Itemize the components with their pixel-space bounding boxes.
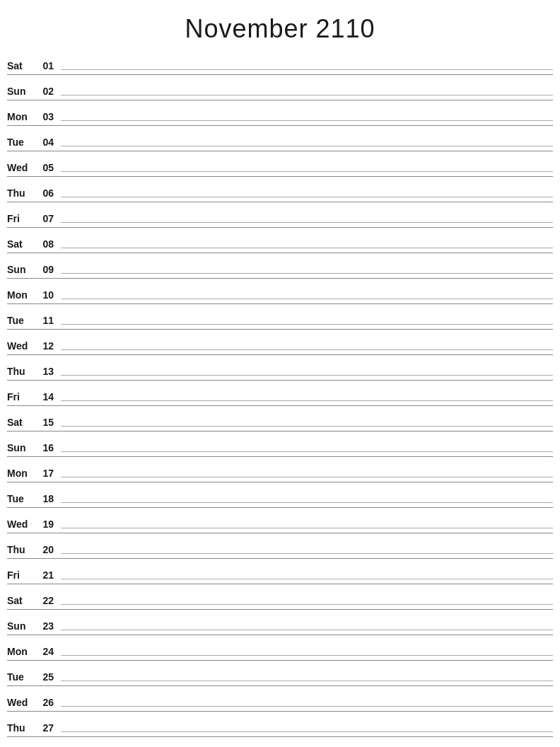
day-line [61,553,553,554]
day-name: Wed [7,162,34,173]
table-row: Tue04 [7,133,553,151]
day-name: Mon [7,111,34,122]
day-name: Thu [7,187,34,199]
day-name: Sat [7,417,34,428]
day-name: Wed [7,340,34,352]
day-line [61,197,553,197]
table-row: Fri14 [7,388,553,406]
day-line [61,69,553,70]
day-number: 16 [34,442,54,453]
day-name: Tue [7,315,34,326]
day-line [61,681,553,681]
day-line [61,731,553,732]
day-name: Thu [7,366,34,377]
day-number: 25 [34,671,54,683]
day-line [61,171,553,172]
table-row: Sun02 [7,82,553,100]
day-line [61,375,553,376]
day-name: Fri [7,391,34,403]
day-name: Sun [7,442,34,453]
day-line [61,579,553,579]
table-row: Mon10 [7,286,553,304]
day-number: 26 [34,697,54,708]
day-name: Thu [7,722,34,734]
day-name: Mon [7,646,34,657]
day-name: Tue [7,671,34,683]
day-number: 01 [34,60,54,71]
day-line [61,324,553,325]
day-number: 17 [34,468,54,479]
day-name: Fri [7,569,34,581]
table-row: Wed05 [7,158,553,177]
day-number: 06 [34,187,54,199]
day-line [61,426,553,427]
day-number: 09 [34,264,54,275]
day-number: 10 [34,289,54,301]
day-name: Wed [7,697,34,708]
day-line [61,146,553,146]
day-name: Tue [7,493,34,504]
table-row: Thu27 [7,719,553,737]
day-number: 04 [34,137,54,148]
day-number: 18 [34,493,54,504]
table-row: Tue18 [7,490,553,508]
day-line [61,273,553,274]
day-line [61,120,553,121]
day-number: 11 [34,315,54,326]
day-name: Sat [7,60,34,71]
table-row: Wed19 [7,515,553,533]
table-row: Fri21 [7,566,553,584]
page-title: November 2110 [7,14,553,44]
day-number: 08 [34,238,54,250]
table-row: Fri07 [7,209,553,228]
day-name: Tue [7,137,34,148]
day-name: Sun [7,264,34,275]
day-name: Sun [7,620,34,632]
day-line [61,349,553,350]
day-line [61,604,553,605]
day-number: 15 [34,417,54,428]
table-row: Sat22 [7,591,553,610]
day-line [61,222,553,223]
day-name: Sat [7,238,34,250]
day-number: 14 [34,391,54,403]
day-line [61,248,553,248]
table-row: Sat15 [7,413,553,432]
table-row: Sun23 [7,617,553,635]
day-number: 13 [34,366,54,377]
day-number: 23 [34,620,54,632]
day-name: Thu [7,544,34,555]
day-number: 19 [34,519,54,530]
day-number: 03 [34,111,54,122]
day-line [61,400,553,401]
day-line [61,299,553,299]
day-number: 02 [34,86,54,97]
day-number: 27 [34,722,54,734]
day-line [61,655,553,656]
day-name: Mon [7,468,34,479]
day-line [61,706,553,707]
table-row: Sun09 [7,260,553,279]
day-number: 22 [34,595,54,606]
day-line [61,528,553,528]
day-name: Sat [7,595,34,606]
day-line [61,477,553,477]
day-number: 12 [34,340,54,352]
day-number: 24 [34,646,54,657]
day-number: 20 [34,544,54,555]
day-line [61,630,553,630]
table-row: Sat01 [7,57,553,75]
table-row: Fri28 [7,744,553,747]
table-row: Sat08 [7,235,553,253]
table-row: Wed26 [7,693,553,712]
table-row: Tue25 [7,668,553,686]
table-row: Mon24 [7,642,553,661]
table-row: Thu20 [7,540,553,559]
day-number: 05 [34,162,54,173]
day-line [61,451,553,452]
day-name: Fri [7,213,34,224]
table-row: Wed12 [7,337,553,355]
calendar-page: November 2110 Sat01Sun02Mon03Tue04Wed05T… [0,0,560,747]
day-name: Wed [7,519,34,530]
calendar-rows: Sat01Sun02Mon03Tue04Wed05Thu06Fri07Sat08… [7,57,553,747]
